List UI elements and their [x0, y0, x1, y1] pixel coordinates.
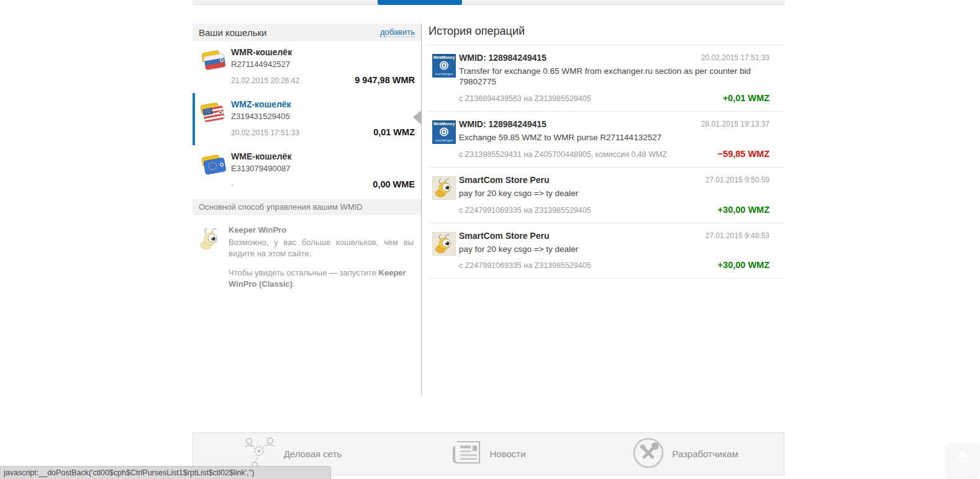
- wmz-wallet-us-flag-icon: [199, 101, 226, 125]
- operation-counterparty: SmartCom Store Peru: [459, 231, 549, 241]
- wallet-number: E313079490087: [231, 164, 415, 173]
- keeper-winpro-block: Keeper WinPro Возможно, у вас больше кош…: [193, 215, 421, 289]
- wallet-name: WME-кошелёк: [231, 151, 415, 161]
- webmoney-keeper-mascot-icon: [197, 226, 224, 251]
- wme-wallet-eu-flag-icon: [200, 153, 227, 177]
- webmoney-mascot-icon: [432, 232, 456, 256]
- wallet-last-op-date: 20.02.2015 17:51:33: [231, 128, 299, 137]
- wallets-panel-title: Ваши кошельки: [199, 27, 266, 38]
- footer-item-developers[interactable]: Разработчикам: [587, 433, 784, 475]
- operation-counterparty: WMID: 128984249415: [459, 119, 547, 129]
- top-strip: [193, 0, 785, 5]
- wmr-wallet-ru-flag-icon: [200, 48, 227, 73]
- wallet-item-wmz-selected[interactable]: WMZ-кошелёк Z319431529405 20.02.2015 17:…: [193, 93, 421, 145]
- operation-date: 28.01.2015 19:13:37: [701, 119, 769, 128]
- operation-row: SmartCom Store Peru 27.01.2015 9:48:53 p…: [427, 223, 785, 279]
- top-partial-button[interactable]: [378, 0, 462, 5]
- webmoney-exchanger-icon: WebMoney exchanger: [432, 54, 456, 78]
- wallet-info: WMR-кошелёк R271144942527 21.02.2015 20:…: [231, 47, 415, 85]
- footer-label: Разработчикам: [672, 449, 738, 459]
- wmid-management-header: Основной способ управления вашим WMID: [193, 199, 421, 215]
- wallet-balance: 0,00 WME: [373, 179, 415, 189]
- operation-row: WebMoney exchanger WMID: 128984249415 28…: [427, 112, 785, 168]
- panels-divider: [421, 24, 422, 395]
- selected-wallet-arrow-icon: [413, 110, 421, 124]
- wallet-last-op-date: -: [231, 181, 234, 189]
- operation-description: pay for 20 key csgo => ty dealer: [459, 244, 769, 255]
- keeper-title: Keeper WinPro: [229, 225, 414, 235]
- webmoney-exchanger-icon: WebMoney exchanger: [432, 120, 456, 144]
- operation-amount: +30,00 WMZ: [718, 260, 769, 270]
- operation-counterparty: WMID: 128984249415: [459, 53, 547, 63]
- footer-label: Деловая сеть: [284, 449, 342, 459]
- svg-text:WebMoney: WebMoney: [433, 122, 455, 127]
- wallet-balance: 9 947,98 WMR: [355, 75, 415, 85]
- operation-date: 20.02.2015 17:51:33: [701, 53, 769, 62]
- operation-purses: с Z136894439563 на Z313985529405: [459, 94, 591, 103]
- news-icon: [451, 439, 482, 469]
- operation-date: 27.01.2015 9:48:53: [706, 231, 769, 240]
- wallet-info: WME-кошелёк E313079490087 - 0,00 WME: [231, 151, 415, 189]
- operation-date: 27.01.2015 9:50:59: [706, 175, 769, 184]
- history-panel: История операций WebMoney exchanger: [427, 24, 785, 279]
- scroll-to-top-button[interactable]: [945, 443, 980, 479]
- operation-purses: с Z313985529431 на Z405700448905, комисс…: [459, 150, 667, 159]
- wallet-item-wme[interactable]: WME-кошелёк E313079490087 - 0,00 WME: [193, 145, 421, 197]
- wallets-panel-header: Ваши кошельки добавить: [193, 24, 421, 41]
- operation-description: Transfer for exchange 0.65 WMR from exch…: [459, 66, 769, 87]
- operation-purses: с Z247991069335 на Z313985529405: [459, 261, 591, 270]
- wallet-last-op-date: 21.02.2015 20:26:42: [231, 76, 299, 85]
- wallet-number: Z319431529405: [231, 112, 415, 121]
- webmoney-mascot-icon: [432, 176, 456, 200]
- wallet-number: R271144942527: [231, 60, 415, 69]
- operation-purses: с Z247991069335 на Z313985529405: [459, 206, 591, 215]
- wallet-name: WMZ-кошелёк: [231, 99, 415, 109]
- webmoney-keeper-page: Ваши кошельки добавить: [0, 0, 980, 479]
- browser-status-bar: javascript:__doPostBack('ctl00$cph$CtrlP…: [0, 466, 331, 479]
- developers-tools-icon: [632, 437, 665, 472]
- operation-description: Exchange 59.85 WMZ to WMR purse R2711441…: [459, 133, 769, 143]
- wallets-panel: Ваши кошельки добавить: [193, 24, 421, 289]
- keeper-text-1: Возможно, у вас больше кошельков, чем вы…: [229, 237, 414, 259]
- wallet-name: WMR-кошелёк: [231, 47, 415, 57]
- svg-text:WebMoney: WebMoney: [433, 55, 455, 60]
- history-title: История операций: [427, 24, 785, 45]
- svg-text:exchanger: exchanger: [435, 71, 453, 76]
- keeper-info: Keeper WinPro Возможно, у вас больше кош…: [229, 225, 414, 289]
- operation-amount: +30,00 WMZ: [718, 205, 769, 215]
- operation-counterparty: SmartCom Store Peru: [459, 175, 549, 185]
- operation-row: SmartCom Store Peru 27.01.2015 9:50:59 p…: [427, 168, 785, 223]
- up-arrow-icon: [953, 450, 972, 472]
- svg-text:exchanger: exchanger: [435, 138, 453, 142]
- wallet-item-wmr[interactable]: WMR-кошелёк R271144942527 21.02.2015 20:…: [193, 41, 421, 93]
- operation-amount: −59,85 WMZ: [718, 149, 769, 159]
- footer-label: Новости: [489, 449, 525, 459]
- wallet-info: WMZ-кошелёк Z319431529405 20.02.2015 17:…: [231, 99, 415, 137]
- operation-amount: +0,01 WMZ: [723, 93, 769, 103]
- keeper-text-2: Чтобы увидеть остальные — запустите Keep…: [229, 267, 414, 289]
- wallet-balance: 0,01 WMZ: [373, 127, 415, 137]
- operation-description: pay for 20 key csgo => ty dealer: [459, 189, 769, 199]
- add-wallet-link[interactable]: добавить: [380, 27, 415, 37]
- operation-row: WebMoney exchanger WMID: 128984249415 20…: [427, 45, 785, 112]
- footer-item-news[interactable]: Новости: [390, 433, 587, 475]
